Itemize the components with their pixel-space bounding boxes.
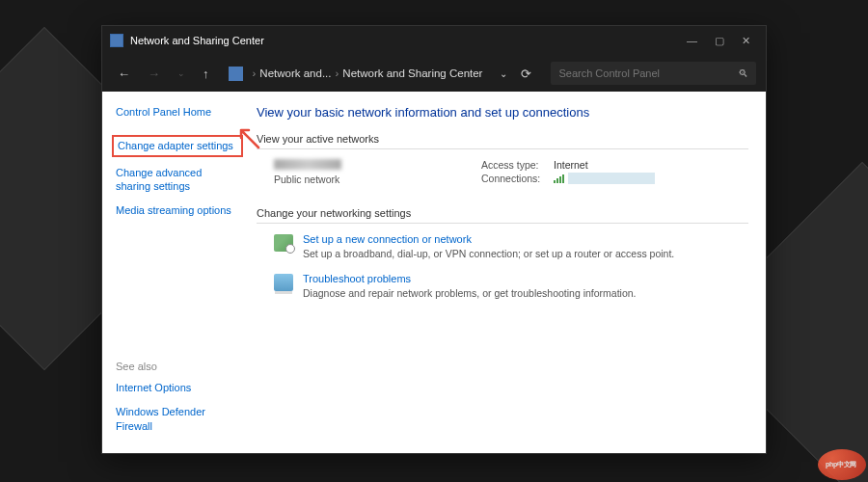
troubleshoot-desc: Diagnose and repair network problems, or… — [303, 287, 748, 299]
maximize-button[interactable]: ▢ — [715, 35, 724, 47]
page-title: View your basic network information and … — [257, 105, 748, 120]
setup-connection-link[interactable]: Set up a new connection or network — [303, 233, 748, 245]
recent-dropdown[interactable]: ⌄ — [172, 65, 191, 82]
chevron-right-icon: › — [253, 67, 257, 79]
toolbar: ← → ⌄ ↑ › Network and... › Network and S… — [102, 55, 766, 92]
connection-name-redacted — [568, 173, 655, 184]
network-type: Public network — [274, 174, 481, 185]
access-type-label: Access type: — [481, 159, 554, 171]
window-title: Network and Sharing Center — [130, 35, 687, 46]
breadcrumb-part[interactable]: Network and Sharing Center — [342, 67, 482, 79]
minimize-button[interactable]: — — [687, 35, 697, 47]
close-button[interactable]: ✕ — [742, 35, 750, 47]
watermark-logo: php中文网 — [818, 449, 866, 480]
address-icon — [229, 67, 243, 81]
setup-connection-desc: Set up a broadband, dial-up, or VPN conn… — [303, 248, 748, 259]
search-box[interactable]: 🔍︎ — [551, 62, 756, 85]
option-troubleshoot: Troubleshoot problems Diagnose and repai… — [274, 273, 748, 299]
active-networks-label: View your active networks — [257, 133, 748, 145]
connections-label: Connections: — [481, 173, 554, 184]
troubleshoot-link[interactable]: Troubleshoot problems — [303, 273, 748, 284]
see-also-label: See also — [116, 361, 239, 372]
sidebar-home-link[interactable]: Control Panel Home — [116, 105, 239, 119]
divider — [257, 223, 748, 224]
monitor-icon — [274, 274, 293, 291]
search-icon[interactable]: 🔍︎ — [738, 67, 748, 79]
sidebar: Control Panel Home Change adapter settin… — [102, 92, 249, 453]
search-input[interactable] — [558, 67, 738, 79]
sidebar-link-adapter-settings[interactable]: Change adapter settings — [112, 135, 243, 156]
back-button[interactable]: ← — [112, 63, 136, 85]
titlebar[interactable]: Network and Sharing Center — ▢ ✕ — [102, 26, 766, 55]
wifi-signal-icon — [554, 174, 564, 183]
access-type-value: Internet — [554, 159, 588, 171]
up-button[interactable]: ↑ — [197, 63, 215, 85]
network-info: Public network Access type: Internet Con… — [274, 159, 748, 186]
breadcrumb-part[interactable]: Network and... — [259, 67, 331, 79]
network-name-redacted — [274, 159, 341, 170]
forward-button[interactable]: → — [142, 63, 166, 85]
divider — [257, 148, 748, 149]
main-panel: View your basic network information and … — [249, 92, 766, 453]
chevron-right-icon: › — [336, 67, 339, 79]
option-setup-connection: Set up a new connection or network Set u… — [274, 233, 748, 259]
breadcrumb[interactable]: › Network and... › Network and Sharing C… — [253, 67, 483, 79]
refresh-button[interactable]: ⟳ — [521, 67, 531, 81]
connection-value[interactable] — [554, 173, 655, 184]
content-area: Control Panel Home Change adapter settin… — [102, 92, 766, 453]
globe-icon — [274, 234, 293, 252]
window-controls: — ▢ ✕ — [687, 35, 758, 47]
sidebar-link-advanced-sharing[interactable]: Change advanced sharing settings — [116, 166, 239, 194]
address-dropdown[interactable]: ⌄ — [500, 68, 507, 79]
control-panel-window: Network and Sharing Center — ▢ ✕ ← → ⌄ ↑… — [101, 25, 767, 454]
app-icon — [110, 34, 123, 47]
change-settings-label: Change your networking settings — [257, 207, 748, 219]
sidebar-link-firewall[interactable]: Windows Defender Firewall — [116, 405, 239, 433]
sidebar-link-media-streaming[interactable]: Media streaming options — [116, 203, 239, 217]
sidebar-link-internet-options[interactable]: Internet Options — [116, 381, 239, 394]
